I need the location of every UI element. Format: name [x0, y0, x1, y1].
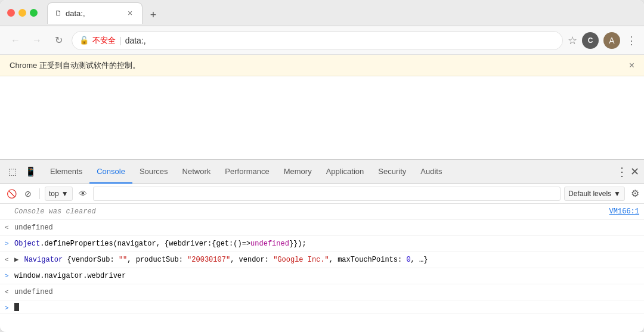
traffic-lights [7, 9, 38, 17]
devtools-more-button[interactable]: ⋮ [616, 165, 628, 179]
input-arrow-2: > [5, 271, 9, 281]
output-arrow-3: < [5, 287, 9, 297]
default-levels-label: Default levels [568, 190, 611, 198]
tab-title: data:, [66, 9, 122, 18]
tab-application[interactable]: Application [319, 160, 371, 184]
bookmark-button[interactable]: ☆ [568, 34, 577, 47]
toolbar-divider [39, 188, 40, 199]
devtools-right-controls: ⋮ ✕ [616, 165, 639, 179]
devtools-device-button[interactable]: 📱 [23, 164, 38, 179]
context-value: top [49, 190, 59, 198]
devtools-panel: ⬚ 📱 Elements Console Sources Network Per… [0, 159, 644, 332]
devtools-toolbar: ⬚ 📱 Elements Console Sources Network Per… [0, 160, 644, 184]
console-cursor [14, 303, 19, 311]
url-text: data:, [125, 36, 146, 45]
cleared-text: Console was cleared [14, 206, 96, 217]
tab-performance[interactable]: Performance [218, 160, 276, 184]
close-traffic-light[interactable] [7, 9, 15, 17]
console-filter-input[interactable] [93, 187, 561, 201]
console-eye-button[interactable]: 👁 [76, 187, 89, 200]
default-levels-button[interactable]: Default levels ▼ [564, 187, 625, 201]
output-arrow: < [5, 222, 9, 233]
tab-memory[interactable]: Memory [277, 160, 319, 184]
devtools-inspect-button[interactable]: ⬚ [5, 164, 20, 179]
console-filter-button[interactable]: ⊘ [21, 187, 35, 200]
input-code-2: window.navigator.webdriver [14, 271, 126, 281]
url-separator: | [119, 36, 122, 45]
tab-area: 🗋 data:, × + [47, 2, 637, 24]
maximize-traffic-light[interactable] [30, 9, 38, 17]
notification-text: Chrome 正受到自动测试软件的控制。 [10, 60, 629, 71]
browser-window: 🗋 data:, × + ← → ↻ 🔓 不安全 | data:, ☆ C A … [0, 0, 644, 332]
not-secure-label: 不安全 [92, 35, 116, 46]
profile-button[interactable]: A [603, 32, 620, 49]
console-input-define: > Object.defineProperties(navigator, {we… [0, 236, 644, 252]
default-levels-arrow: ▼ [614, 190, 621, 198]
notification-bar: Chrome 正受到自动测试软件的控制。 × [0, 55, 644, 76]
content-area: ⚙ 未闻Code ⬚ 📱 Elements Console Sources Ne… [0, 76, 644, 332]
tab-network[interactable]: Network [175, 160, 218, 184]
security-icon: 🔓 [79, 36, 89, 45]
address-input[interactable]: 🔓 不安全 | data:, [72, 31, 563, 50]
vm-link[interactable]: VM166:1 [609, 206, 639, 217]
navigator-output: ▶ Navigator {vendorSub: "", productSub: … [14, 255, 428, 265]
title-bar: 🗋 data:, × + [0, 0, 644, 26]
undefined-value-1: undefined [14, 222, 53, 233]
console-cursor-line[interactable]: > [0, 300, 644, 314]
cast-button[interactable]: C [582, 32, 599, 49]
refresh-button[interactable]: ↻ [50, 32, 67, 49]
console-input-webdriver: > window.navigator.webdriver [0, 268, 644, 284]
tab-console[interactable]: Console [89, 160, 132, 184]
console-output: Console was cleared VM166:1 < undefined … [0, 204, 644, 332]
console-toolbar: 🚫 ⊘ top ▼ 👁 Default levels ▼ ⚙ [0, 184, 644, 204]
input-arrow-1: > [5, 238, 9, 249]
tab-sources[interactable]: Sources [132, 160, 175, 184]
notification-close-button[interactable]: × [629, 60, 634, 71]
back-button[interactable]: ← [7, 32, 24, 49]
tab-favicon: 🗋 [55, 9, 62, 17]
forward-button[interactable]: → [29, 32, 45, 49]
input-code-1: Object.defineProperties(navigator, {webd… [14, 238, 306, 249]
devtools-close-button[interactable]: ✕ [630, 165, 639, 178]
tab-audits[interactable]: Audits [413, 160, 449, 184]
console-cleared-line: Console was cleared VM166:1 [0, 204, 644, 220]
address-bar: ← → ↻ 🔓 不安全 | data:, ☆ C A ⋮ [0, 26, 644, 55]
console-settings-button[interactable]: ⚙ [631, 188, 639, 199]
devtools-tabs: Elements Console Sources Network Perform… [43, 160, 616, 183]
console-output-undefined-1: < undefined [0, 220, 644, 236]
undefined-value-2: undefined [14, 287, 53, 297]
cursor-arrow: > [5, 303, 9, 314]
output-arrow-2: < [5, 255, 9, 265]
minimize-traffic-light[interactable] [18, 9, 26, 17]
tab-elements[interactable]: Elements [43, 160, 89, 184]
console-output-navigator: < ▶ Navigator {vendorSub: "", productSub… [0, 252, 644, 268]
new-tab-button[interactable]: + [145, 7, 162, 24]
browser-tab-active[interactable]: 🗋 data:, × [47, 2, 143, 24]
console-output-undefined-2: < undefined [0, 284, 644, 300]
context-selector[interactable]: top ▼ [45, 187, 73, 201]
console-clear-button[interactable]: 🚫 [5, 187, 18, 200]
tab-close-button[interactable]: × [125, 8, 135, 18]
context-dropdown-icon: ▼ [61, 190, 69, 198]
devtools-left-icons: ⬚ 📱 [5, 164, 38, 179]
tab-security[interactable]: Security [371, 160, 413, 184]
menu-button[interactable]: ⋮ [626, 34, 637, 47]
